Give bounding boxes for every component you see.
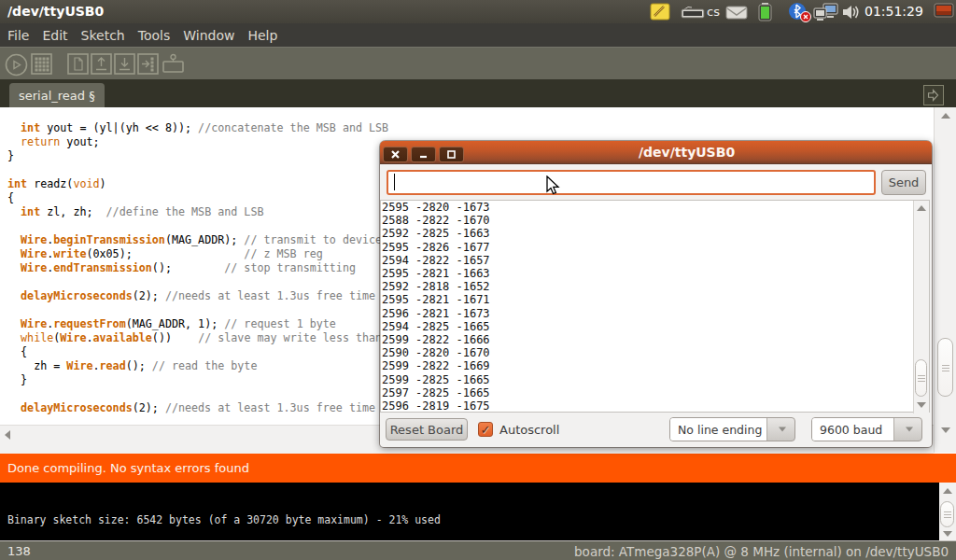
serial-output-line: 2592 -2818 -1652: [382, 280, 490, 293]
status-message-bar: Done compiling. No syntax errors found: [0, 454, 956, 483]
autoscroll-checkbox[interactable]: ✓: [478, 422, 493, 437]
baud-arrow-icon[interactable]: [894, 418, 922, 441]
keyboard-layout-label[interactable]: cs: [707, 5, 720, 19]
serial-output-line: 2588 -2822 -1670: [382, 214, 490, 227]
board-info: board: ATmega328P(A) @ 8 MHz (internal) …: [574, 544, 949, 559]
serial-output-line: 2595 -2821 -1671: [382, 293, 490, 306]
top-panel: /dev/ttyUSB0 cs 01:51:29: [0, 0, 956, 23]
menu-item-window[interactable]: Window: [183, 28, 234, 43]
code-line: }: [7, 149, 388, 163]
toolbar: [0, 47, 956, 79]
console-scroll-down-icon[interactable]: [943, 531, 952, 537]
code-line: Wire.endTransmission(); // stop transmit…: [7, 261, 388, 275]
code-line: return yout;: [7, 135, 388, 149]
scroll-down-icon[interactable]: [941, 427, 950, 433]
serial-window-titlebar[interactable]: /dev/ttyUSB0: [380, 141, 932, 164]
status-bar: 138 board: ATmega328P(A) @ 8 MHz (intern…: [0, 540, 956, 560]
serial-output-line: 2592 -2825 -1663: [382, 227, 490, 240]
notes-icon[interactable]: [650, 3, 670, 21]
status-message: Done compiling. No syntax errors found: [7, 461, 249, 475]
stop-button[interactable]: [31, 53, 52, 75]
menu-item-edit[interactable]: Edit: [42, 28, 67, 43]
code-line: delayMicroseconds(2); //needs at least 1…: [7, 289, 388, 303]
editor-vscroll-thumb[interactable]: [937, 338, 953, 397]
battery-icon[interactable]: [758, 2, 772, 21]
send-button[interactable]: Send: [881, 170, 926, 195]
text-caret: [394, 174, 395, 190]
tab-strip: serial_read §: [0, 79, 956, 107]
code-line: [7, 387, 388, 401]
upload-button[interactable]: [137, 53, 159, 75]
serial-output-line: 2597 -2825 -1665: [382, 386, 490, 399]
code-line: int readz(void): [7, 177, 388, 191]
power-icon[interactable]: [934, 3, 954, 21]
serial-monitor-button[interactable]: [161, 53, 186, 75]
code-line: [7, 163, 388, 177]
new-sketch-button[interactable]: [67, 53, 89, 75]
serial-output-line: 2599 -2825 -1665: [382, 373, 490, 386]
network-icon[interactable]: [813, 3, 838, 21]
code-line: }: [7, 373, 388, 387]
serial-output[interactable]: 2595 -2820 -16732588 -2822 -16702592 -28…: [380, 200, 930, 413]
clock[interactable]: 01:51:29: [865, 4, 923, 19]
code-line: {: [7, 191, 388, 205]
save-sketch-button[interactable]: [114, 53, 135, 75]
reset-board-button[interactable]: Reset Board: [386, 418, 468, 441]
open-sketch-button[interactable]: [91, 53, 112, 75]
code-line: [7, 219, 388, 233]
keyboard-icon[interactable]: [681, 6, 705, 19]
code-line: while(Wire.available()) // slave may wri…: [7, 331, 388, 345]
console-scroll-thumb[interactable]: [940, 501, 954, 527]
serial-output-line: 2594 -2825 -1665: [382, 320, 490, 333]
scroll-up-icon[interactable]: [941, 113, 950, 119]
console-scrollbar[interactable]: [939, 483, 956, 541]
code-line: int zl, zh; //define the MSB and LSB: [7, 205, 388, 219]
serial-window-footer: Reset Board ✓ Autoscroll No line ending …: [380, 413, 930, 444]
autoscroll-label: Autoscroll: [499, 423, 559, 437]
bluetooth-icon[interactable]: [788, 2, 812, 22]
serial-output-line: 2599 -2822 -1666: [382, 333, 490, 346]
line-ending-select[interactable]: No line ending: [669, 417, 795, 441]
console-text: Binary sketch size: 6542 bytes (of a 307…: [7, 513, 441, 526]
tab-serial-read[interactable]: serial_read §: [9, 83, 105, 107]
code-line: Wire.requestFrom(MAG_ADDR, 1); // reques…: [7, 317, 388, 331]
serial-output-line: 2590 -2820 -1670: [382, 346, 490, 359]
window-title: /dev/ttyUSB0: [7, 4, 104, 19]
serial-output-lines: 2595 -2820 -16732588 -2822 -16702592 -28…: [382, 201, 490, 413]
code-line: delayMicroseconds(2); //needs at least 1…: [7, 401, 388, 415]
tab-menu-icon[interactable]: [923, 85, 944, 105]
serial-scroll-down-icon[interactable]: [917, 402, 926, 408]
scroll-left-icon[interactable]: [5, 430, 10, 440]
menu-item-sketch[interactable]: Sketch: [81, 28, 125, 43]
serial-output-line: 2595 -2826 -1677: [382, 241, 490, 254]
serial-output-line: 2594 -2822 -1657: [382, 254, 490, 267]
menu-item-file[interactable]: File: [7, 28, 29, 43]
serial-output-line: 2596 -2821 -1673: [382, 307, 490, 320]
menu-item-help[interactable]: Help: [247, 28, 277, 43]
serial-output-line: 2596 -2819 -1675: [382, 399, 490, 413]
code-line: [7, 303, 388, 317]
code-line: Wire.write(0x05); // z MSB reg: [7, 247, 388, 261]
console: Binary sketch size: 6542 bytes (of a 307…: [0, 483, 956, 541]
verify-button[interactable]: [5, 53, 28, 77]
menu-item-tools[interactable]: Tools: [138, 28, 171, 43]
editor-vscrollbar[interactable]: [934, 107, 956, 453]
mail-icon[interactable]: [725, 6, 748, 20]
serial-input[interactable]: [387, 170, 876, 195]
serial-output-line: 2595 -2820 -1673: [382, 201, 490, 214]
menubar: FileEditSketchToolsWindowHelp: [0, 23, 956, 47]
serial-scroll-up-icon[interactable]: [917, 205, 926, 211]
serial-scroll-thumb[interactable]: [915, 359, 927, 397]
code-line: zh = Wire.read(); // read the byte: [7, 359, 388, 373]
code-line: Wire.beginTransmission(MAG_ADDR); // tra…: [7, 233, 388, 247]
line-ending-arrow-icon[interactable]: [767, 418, 795, 441]
baud-select[interactable]: 9600 baud: [811, 417, 922, 441]
volume-icon[interactable]: [842, 4, 859, 20]
serial-output-scrollbar[interactable]: [913, 201, 929, 413]
console-scroll-up-icon[interactable]: [943, 488, 952, 494]
serial-monitor-window: /dev/ttyUSB0 Send 2595 -2820 -16732588 -…: [380, 141, 932, 447]
code-text: int yout = (yl|(yh << 8)); //concatenate…: [7, 121, 388, 415]
code-line: {: [7, 345, 388, 359]
mouse-cursor: [546, 175, 560, 196]
serial-output-line: 2595 -2821 -1663: [382, 267, 490, 280]
